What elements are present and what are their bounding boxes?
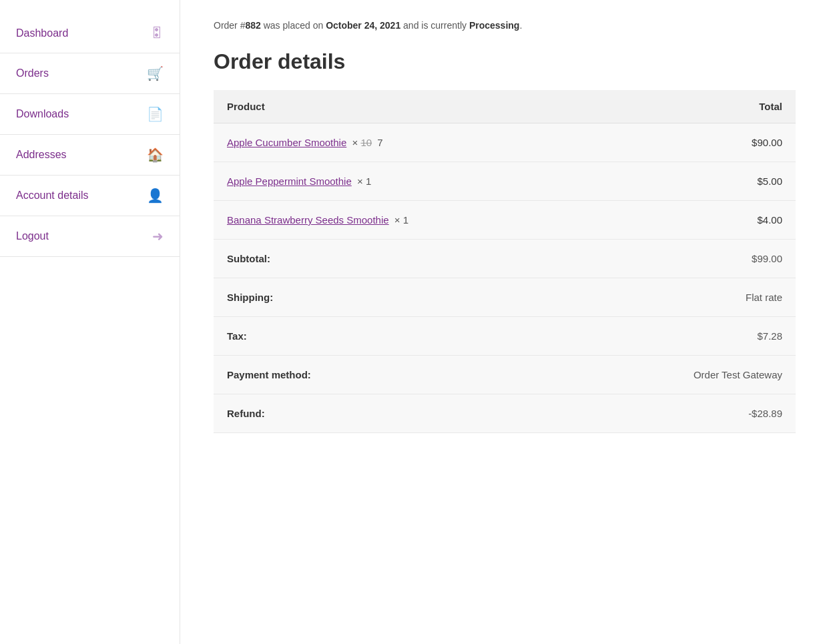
main-content: Order #882 was placed on October 24, 202… (180, 0, 829, 644)
order-notice-period: . (519, 20, 522, 31)
product-qty-separator: × (352, 137, 360, 148)
product-cell: Apple Cucumber Smoothie × 10 7 (214, 123, 588, 162)
product-cell: Banana Strawberry Seeds Smoothie × 1 (214, 201, 588, 240)
order-number: 882 (245, 20, 260, 31)
sidebar-label-downloads: Downloads (16, 108, 69, 120)
order-notice-end: and is currently (400, 20, 469, 31)
product-total-banana-strawberry: $4.00 (588, 201, 796, 240)
sidebar-item-dashboard[interactable]: Dashboard 🎛 (0, 13, 180, 53)
col-header-product: Product (214, 90, 588, 123)
product-qty-new: 7 (377, 137, 382, 148)
summary-row-tax: Tax: $7.28 (214, 317, 796, 356)
summary-label-subtotal: Subtotal: (214, 240, 588, 278)
summary-value-tax: $7.28 (588, 317, 796, 356)
sidebar-label-account-details: Account details (16, 190, 89, 202)
sidebar-item-logout[interactable]: Logout ➜ (0, 216, 180, 257)
summary-label-tax: Tax: (214, 317, 588, 356)
sidebar: Dashboard 🎛 Orders 🛒 Downloads 📄 Address… (0, 0, 180, 644)
order-status: Processing (469, 20, 519, 31)
summary-row-shipping: Shipping: Flat rate (214, 278, 796, 317)
product-link-banana-strawberry[interactable]: Banana Strawberry Seeds Smoothie (227, 214, 389, 226)
summary-label-refund: Refund: (214, 394, 588, 433)
col-header-total: Total (588, 90, 796, 123)
summary-value-payment-method: Order Test Gateway (588, 356, 796, 394)
sidebar-item-orders[interactable]: Orders 🛒 (0, 53, 180, 94)
table-row: Banana Strawberry Seeds Smoothie × 1 $4.… (214, 201, 796, 240)
summary-value-shipping: Flat rate (588, 278, 796, 317)
summary-value-subtotal: $99.00 (588, 240, 796, 278)
addresses-icon: 🏠 (147, 147, 164, 163)
sidebar-item-downloads[interactable]: Downloads 📄 (0, 94, 180, 135)
account-details-icon: 👤 (147, 188, 164, 204)
sidebar-label-logout: Logout (16, 230, 49, 242)
summary-row-subtotal: Subtotal: $99.00 (214, 240, 796, 278)
page-title: Order details (214, 49, 796, 74)
order-notice-prefix: Order # (214, 20, 245, 31)
product-total-apple-peppermint: $5.00 (588, 162, 796, 201)
sidebar-label-dashboard: Dashboard (16, 27, 68, 39)
product-cell: Apple Peppermint Smoothie × 1 (214, 162, 588, 201)
logout-icon: ➜ (152, 228, 164, 244)
summary-row-refund: Refund: -$28.89 (214, 394, 796, 433)
table-row: Apple Peppermint Smoothie × 1 $5.00 (214, 162, 796, 201)
summary-row-payment-method: Payment method: Order Test Gateway (214, 356, 796, 394)
sidebar-item-account-details[interactable]: Account details 👤 (0, 176, 180, 216)
summary-label-shipping: Shipping: (214, 278, 588, 317)
order-table: Product Total Apple Cucumber Smoothie × … (214, 90, 796, 433)
sidebar-label-orders: Orders (16, 67, 49, 79)
product-link-apple-cucumber[interactable]: Apple Cucumber Smoothie (227, 137, 346, 148)
product-qty-banana: × 1 (394, 214, 408, 226)
table-row: Apple Cucumber Smoothie × 10 7 $90.00 (214, 123, 796, 162)
product-qty-old: 10 (360, 137, 372, 148)
product-link-apple-peppermint[interactable]: Apple Peppermint Smoothie (227, 176, 352, 187)
sidebar-item-addresses[interactable]: Addresses 🏠 (0, 135, 180, 176)
table-header-row: Product Total (214, 90, 796, 123)
downloads-icon: 📄 (147, 106, 164, 122)
order-notice-middle: was placed on (261, 20, 326, 31)
orders-icon: 🛒 (147, 65, 164, 81)
summary-value-refund: -$28.89 (588, 394, 796, 433)
order-notice: Order #882 was placed on October 24, 202… (214, 20, 796, 31)
product-qty-peppermint: × 1 (357, 176, 371, 187)
dashboard-icon: 🎛 (150, 25, 164, 41)
product-total-apple-cucumber: $90.00 (588, 123, 796, 162)
order-date: October 24, 2021 (326, 20, 400, 31)
summary-label-payment-method: Payment method: (214, 356, 588, 394)
sidebar-label-addresses: Addresses (16, 149, 67, 161)
